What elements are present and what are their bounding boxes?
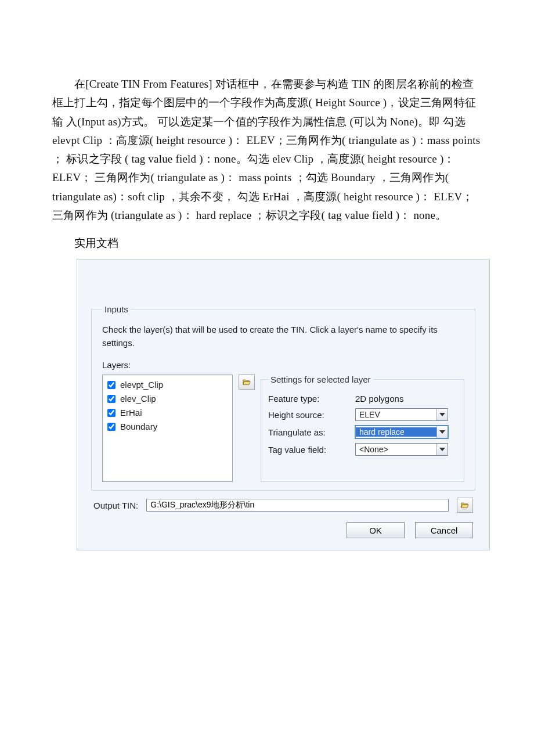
feature-type-label: Feature type:	[268, 394, 349, 404]
layer-item[interactable]: Boundary	[107, 422, 228, 432]
chevron-down-icon	[436, 409, 448, 420]
doc-footer-label: 实用文档	[52, 236, 482, 251]
inputs-fieldset: Inputs Check the layer(s) that will be u…	[91, 304, 475, 491]
triangulate-as-selected: hard replace	[356, 427, 436, 437]
tag-value-label: Tag value field:	[268, 445, 349, 455]
layer-label: elev_Clip	[120, 394, 156, 404]
output-tin-label: Output TIN:	[93, 501, 138, 510]
browse-layer-button[interactable]	[239, 375, 255, 390]
layer-item[interactable]: elevpt_Clip	[107, 380, 228, 390]
layer-label: ErHai	[120, 408, 142, 418]
ok-button[interactable]: OK	[347, 522, 405, 538]
cancel-button[interactable]: Cancel	[415, 522, 473, 538]
inputs-legend: Inputs	[102, 304, 131, 314]
triangulate-as-combo[interactable]: hard replace	[355, 426, 448, 438]
layer-checkbox-elev-clip[interactable]	[107, 395, 116, 403]
layer-checkbox-elevpt-clip[interactable]	[107, 381, 116, 389]
tag-value-combo[interactable]: <None>	[355, 443, 448, 456]
triangulate-as-label: Triangulate as:	[268, 427, 349, 437]
layer-checkbox-boundary[interactable]	[107, 423, 116, 431]
settings-legend: Settings for selected layer	[268, 375, 373, 384]
chevron-down-icon	[436, 426, 448, 438]
layers-listbox[interactable]: elevpt_Clip elev_Clip ErHai Boundary	[102, 375, 233, 482]
folder-open-icon	[243, 377, 251, 387]
layer-item[interactable]: elev_Clip	[107, 394, 228, 404]
layer-label: elevpt_Clip	[120, 380, 163, 390]
layer-item[interactable]: ErHai	[107, 408, 228, 418]
height-source-selected: ELEV	[356, 410, 436, 419]
inputs-instruction: Check the layer(s) that will be used to …	[102, 323, 464, 350]
chevron-down-icon	[436, 444, 448, 455]
height-source-label: Height source:	[268, 410, 349, 420]
tag-value-selected: <None>	[356, 445, 436, 454]
feature-type-value: 2D polygons	[355, 394, 457, 404]
layers-label: Layers:	[102, 360, 464, 370]
folder-open-icon	[461, 501, 469, 510]
create-tin-dialog: www.bdoox.co Inputs Check the layer(s) t…	[77, 259, 490, 550]
paragraph-instructions: 在[Create TIN From Features] 对话框中，在需要参与构造…	[52, 75, 482, 225]
layer-checkbox-erhai[interactable]	[107, 409, 116, 417]
browse-output-button[interactable]	[457, 498, 473, 513]
output-tin-input[interactable]	[146, 499, 449, 512]
settings-fieldset: Settings for selected layer Feature type…	[261, 375, 464, 482]
height-source-combo[interactable]: ELEV	[355, 408, 448, 421]
layer-label: Boundary	[120, 422, 157, 432]
